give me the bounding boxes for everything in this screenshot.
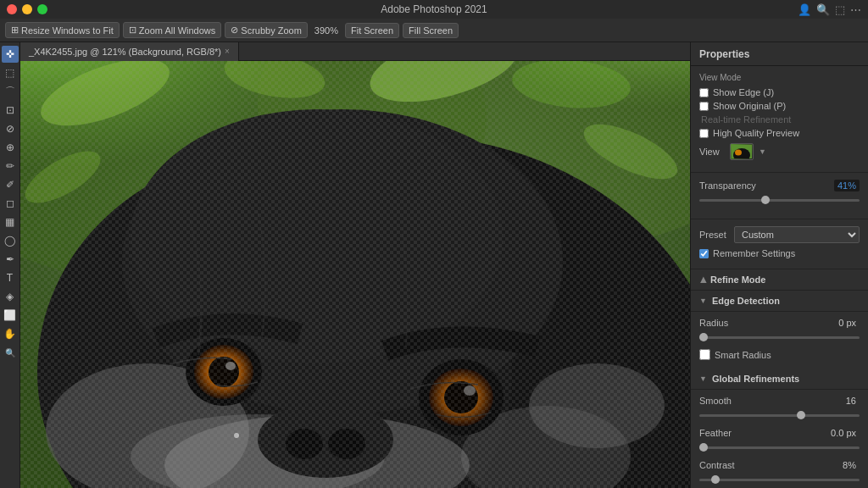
- edge-detection-arrow: ▼: [699, 297, 707, 305]
- contrast-row: Contrast 8%: [699, 459, 860, 471]
- refine-mode-arrow: ▶: [698, 277, 707, 283]
- zoom-percent-label: 390%: [311, 25, 342, 36]
- app-title: Adobe Photoshop 2021: [381, 3, 487, 15]
- smooth-slider[interactable]: [699, 414, 860, 417]
- pen-tool[interactable]: ✒: [2, 251, 19, 268]
- remember-settings-row: Remember Settings: [699, 248, 860, 258]
- show-original-label: Show Original (P): [713, 101, 786, 111]
- zoom-all-btn[interactable]: ⊡ Zoom All Windows: [123, 22, 221, 38]
- properties-header: Properties: [691, 42, 868, 66]
- crop-tool[interactable]: ⊡: [2, 102, 19, 119]
- real-time-row: Real-time Refinement: [701, 114, 860, 125]
- radius-slider[interactable]: [699, 336, 860, 339]
- fit-screen-btn[interactable]: Fit Screen: [345, 23, 399, 38]
- contrast-value[interactable]: 8%: [836, 459, 860, 471]
- tab-bar: _X4K2455.jpg @ 121% (Background, RGB/8*)…: [20, 42, 690, 61]
- transparency-label: Transparency: [699, 180, 756, 191]
- tab-label: _X4K2455.jpg @ 121% (Background, RGB/8*): [29, 47, 221, 57]
- healing-tool[interactable]: ⊕: [2, 139, 19, 156]
- eraser-tool[interactable]: ◻: [2, 195, 19, 212]
- more-icon[interactable]: ⋯: [850, 3, 861, 16]
- zoom-tool[interactable]: 🔍: [2, 344, 19, 361]
- canvas-container[interactable]: [20, 61, 690, 488]
- edge-detection-label: Edge Detection: [712, 296, 780, 306]
- global-refinements-arrow: ▼: [699, 374, 707, 383]
- show-edge-row: Show Edge (J): [699, 87, 860, 97]
- view-selector-row: View ▼: [699, 143, 860, 160]
- refine-mode-label: Refine Mode: [710, 274, 765, 285]
- account-icon[interactable]: 👤: [798, 3, 811, 16]
- toolbar: ⊞ Resize Windows to Fit ⊡ Zoom All Windo…: [0, 19, 868, 42]
- smooth-value[interactable]: 16: [836, 395, 860, 407]
- minimize-button[interactable]: [22, 4, 32, 14]
- smooth-label: Smooth: [699, 396, 732, 406]
- remember-settings-checkbox[interactable]: [699, 249, 709, 258]
- fill-screen-btn[interactable]: Fill Screen: [403, 23, 459, 38]
- feather-slider[interactable]: [699, 446, 860, 449]
- main-content: ✜ ⬚ ⌒ ⊡ ⊘ ⊕ ✏ ✐ ◻ ▦ ◯ ✒ T ◈ ⬜ ✋ 🔍 _X4K24…: [0, 42, 868, 488]
- gradient-tool[interactable]: ▦: [2, 214, 19, 230]
- contrast-slider-container: [699, 473, 860, 486]
- text-tool[interactable]: T: [2, 269, 19, 286]
- brush-tool[interactable]: ✏: [2, 158, 19, 175]
- radius-row: Radius 0 px: [699, 317, 860, 329]
- shape-tool[interactable]: ⬜: [2, 307, 19, 324]
- gorilla-background: [20, 61, 690, 488]
- search-icon[interactable]: 🔍: [816, 3, 830, 16]
- contrast-slider[interactable]: [699, 479, 860, 481]
- high-quality-label: High Quality Preview: [713, 128, 799, 138]
- show-original-checkbox[interactable]: [699, 102, 709, 111]
- maximize-button[interactable]: [37, 4, 47, 14]
- title-right-icons: 👤 🔍 ⬚ ⋯: [798, 3, 861, 16]
- view-label-text: View: [699, 147, 725, 157]
- view-mode-title: View Mode: [699, 73, 860, 82]
- title-bar: Adobe Photoshop 2021 👤 🔍 ⬚ ⋯: [0, 0, 868, 19]
- marquee-tool[interactable]: ⬚: [2, 64, 19, 81]
- show-original-row: Show Original (P): [699, 101, 860, 111]
- show-edge-label: Show Edge (J): [713, 87, 774, 97]
- eyedropper-tool[interactable]: ⊘: [2, 120, 19, 137]
- edge-detection-header[interactable]: ▼ Edge Detection: [691, 291, 868, 312]
- preset-select[interactable]: Custom Default Hair Smart Radius: [734, 226, 860, 243]
- preset-row: Preset Custom Default Hair Smart Radius: [699, 226, 860, 243]
- dodge-tool[interactable]: ◯: [2, 232, 19, 249]
- refine-mode-header[interactable]: ▶ Refine Mode: [691, 269, 868, 291]
- resize-windows-btn[interactable]: ⊞ Resize Windows to Fit: [5, 22, 120, 38]
- feather-row: Feather 0.0 px: [699, 427, 860, 439]
- feather-label: Feather: [699, 428, 732, 438]
- remember-settings-label: Remember Settings: [713, 248, 795, 258]
- clone-tool[interactable]: ✐: [2, 176, 19, 193]
- edge-detection-content: Radius 0 px Smart Radius: [691, 312, 868, 369]
- preset-label: Preset: [699, 230, 729, 240]
- view-thumbnail[interactable]: [730, 143, 754, 160]
- view-dropdown-arrow[interactable]: ▼: [759, 147, 766, 156]
- show-edge-checkbox[interactable]: [699, 88, 709, 97]
- transparency-section: Transparency 41%: [691, 173, 868, 219]
- transparency-value[interactable]: 41%: [834, 180, 860, 191]
- high-quality-checkbox[interactable]: [699, 129, 709, 138]
- checkerboard-pattern: [20, 61, 690, 488]
- hand-tool[interactable]: ✋: [2, 325, 19, 342]
- scrubby-zoom-btn[interactable]: ⊘ Scrubby Zoom: [225, 22, 308, 38]
- smart-radius-checkbox[interactable]: [699, 349, 710, 360]
- preset-section: Preset Custom Default Hair Smart Radius …: [691, 219, 868, 269]
- image-tab[interactable]: _X4K2455.jpg @ 121% (Background, RGB/8*)…: [20, 42, 239, 61]
- properties-title: Properties: [699, 48, 749, 60]
- feather-slider-container: [699, 441, 860, 454]
- transparency-slider[interactable]: [699, 199, 860, 202]
- move-tool[interactable]: ✜: [2, 46, 19, 63]
- feather-value[interactable]: 0.0 px: [827, 427, 860, 439]
- traffic-lights: [7, 4, 47, 14]
- global-refinements-content: Smooth 16 Feather 0.0 px Contrast 8%: [691, 390, 868, 488]
- global-refinements-header[interactable]: ▼ Global Refinements: [691, 369, 868, 390]
- lasso-tool[interactable]: ⌒: [2, 83, 19, 100]
- scrubby-icon: ⊘: [231, 25, 238, 36]
- arrange-icon[interactable]: ⬚: [835, 3, 845, 16]
- high-quality-row: High Quality Preview: [699, 128, 860, 138]
- close-button[interactable]: [7, 4, 17, 14]
- radius-value[interactable]: 0 px: [835, 317, 860, 329]
- close-tab-btn[interactable]: ×: [225, 47, 230, 56]
- path-select-tool[interactable]: ◈: [2, 288, 19, 305]
- smooth-row: Smooth 16: [699, 395, 860, 407]
- smooth-slider-container: [699, 408, 860, 422]
